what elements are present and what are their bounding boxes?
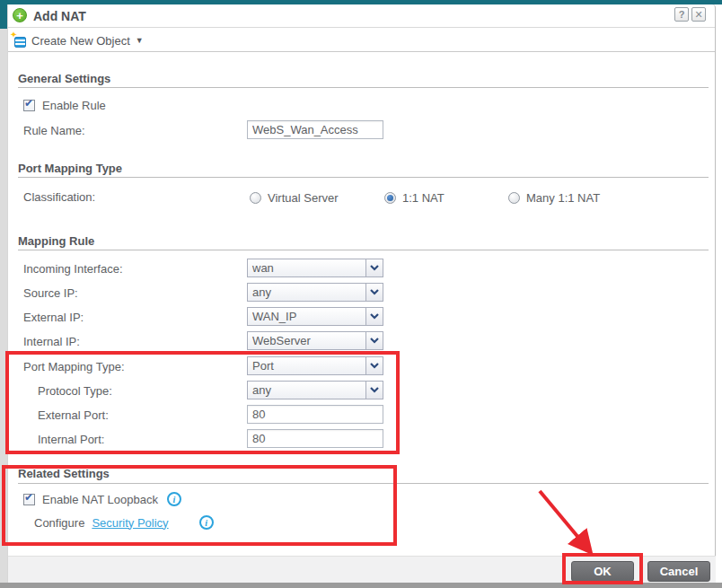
toolbar-divider [8, 51, 715, 52]
radio-icon [250, 192, 261, 204]
general-settings-heading: General Settings [18, 72, 110, 85]
rule-name-label: Rule Name: [23, 124, 85, 137]
radio-virtual-server-label: Virtual Server [268, 191, 339, 205]
chevron-down-icon [365, 357, 383, 374]
radio-many-one-to-one-nat[interactable]: Many 1:1 NAT [508, 191, 600, 205]
help-icon: ? [679, 9, 685, 20]
chevron-down-icon [365, 332, 383, 349]
port-mapping-type-value: Port [248, 357, 365, 374]
related-settings-heading: Related Settings [18, 467, 110, 480]
port-mapping-type-heading: Port Mapping Type [18, 162, 122, 175]
configure-label: Configure [34, 516, 84, 530]
protocol-type-select[interactable]: any [247, 381, 383, 399]
source-ip-value: any [248, 284, 365, 301]
page-left-gutter-top [0, 4, 7, 29]
close-icon: ✕ [694, 9, 702, 21]
radio-virtual-server[interactable]: Virtual Server [250, 191, 339, 205]
chevron-down-icon [365, 382, 383, 399]
protocol-type-value: any [248, 382, 365, 399]
mapping-rule-heading: Mapping Rule [18, 234, 94, 248]
radio-many-one-to-one-nat-label: Many 1:1 NAT [526, 191, 600, 205]
ok-button[interactable]: OK [571, 561, 634, 582]
security-policy-link[interactable]: Security Policy [92, 516, 168, 530]
info-icon[interactable]: i [167, 492, 181, 506]
chevron-down-icon [365, 284, 383, 301]
port-mapping-type-select[interactable]: Port [247, 356, 383, 375]
internal-port-label: Internal Port: [38, 433, 104, 446]
external-ip-select[interactable]: WAN_IP [247, 307, 383, 326]
incoming-interface-label: Incoming Interface: [23, 262, 123, 276]
external-port-label: External Port: [38, 408, 109, 422]
enable-rule-label: Enable Rule [42, 99, 106, 112]
port-mapping-type-divider [18, 177, 709, 178]
cancel-button[interactable]: Cancel [647, 561, 710, 582]
check-icon: ✔ [24, 97, 33, 110]
enable-nat-loopback-label: Enable NAT Loopback [42, 493, 158, 506]
check-icon: ✔ [24, 491, 33, 504]
checkbox-icon: ✔ [23, 494, 35, 505]
mapping-rule-divider [18, 250, 709, 250]
related-settings-divider [18, 483, 709, 484]
internal-ip-value: WebServer [248, 332, 365, 349]
page-left-gutter [0, 4, 7, 583]
radio-one-to-one-nat[interactable]: 1:1 NAT [384, 191, 445, 205]
internal-ip-select[interactable]: WebServer [247, 331, 383, 350]
classification-label: Classification: [23, 190, 95, 204]
create-new-object-label: Create New Object [31, 34, 130, 48]
create-new-object-button[interactable]: ✦ Create New Object ▼ [11, 33, 144, 48]
create-object-icon: ✦ [11, 33, 26, 48]
source-ip-select[interactable]: any [247, 283, 383, 302]
close-button[interactable]: ✕ [691, 7, 706, 22]
radio-selected-icon [384, 192, 396, 204]
enable-rule-checkbox[interactable]: ✔ Enable Rule [23, 99, 106, 112]
add-icon: + [13, 8, 27, 22]
incoming-interface-select[interactable]: wan [247, 259, 383, 277]
dialog-title: Add NAT [33, 9, 86, 23]
help-button[interactable]: ? [674, 7, 689, 22]
caret-down-icon: ▼ [136, 36, 144, 45]
sparkle-icon: ✦ [10, 30, 17, 39]
chevron-down-icon [365, 259, 383, 276]
general-settings-divider [18, 87, 709, 88]
port-mapping-type-label: Port Mapping Type: [23, 360, 125, 373]
rule-name-input[interactable] [247, 120, 383, 139]
checkbox-icon: ✔ [23, 100, 35, 111]
protocol-type-label: Protocol Type: [38, 384, 112, 398]
radio-icon [508, 192, 520, 204]
page-bottom-bar [0, 583, 722, 588]
plus-glyph: + [16, 10, 23, 22]
configure-security-policy-row: Configure Security Policy i [34, 515, 214, 530]
internal-ip-label: Internal IP: [23, 335, 80, 348]
internal-port-input[interactable] [247, 429, 383, 448]
external-ip-value: WAN_IP [248, 308, 365, 325]
titlebar-divider [8, 27, 715, 28]
enable-nat-loopback-checkbox[interactable]: ✔ Enable NAT Loopback i [23, 492, 181, 506]
external-ip-label: External IP: [23, 311, 84, 324]
info-icon[interactable]: i [199, 515, 214, 530]
incoming-interface-value: wan [248, 259, 365, 276]
radio-one-to-one-nat-label: 1:1 NAT [402, 191, 445, 205]
chevron-down-icon [365, 308, 383, 325]
external-port-input[interactable] [247, 405, 383, 424]
source-ip-label: Source IP: [23, 286, 78, 300]
